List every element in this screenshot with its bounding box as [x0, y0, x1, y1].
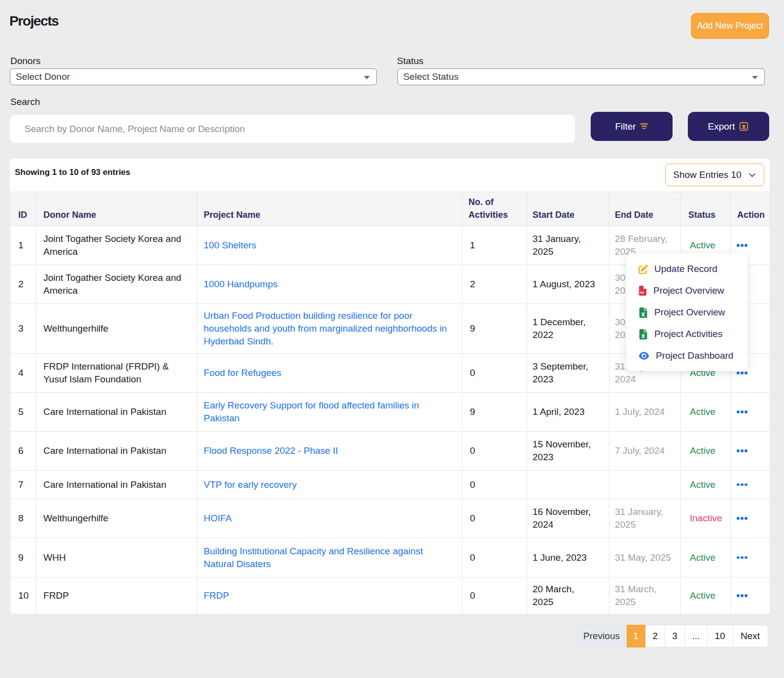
svg-text:PDF: PDF: [639, 291, 644, 294]
